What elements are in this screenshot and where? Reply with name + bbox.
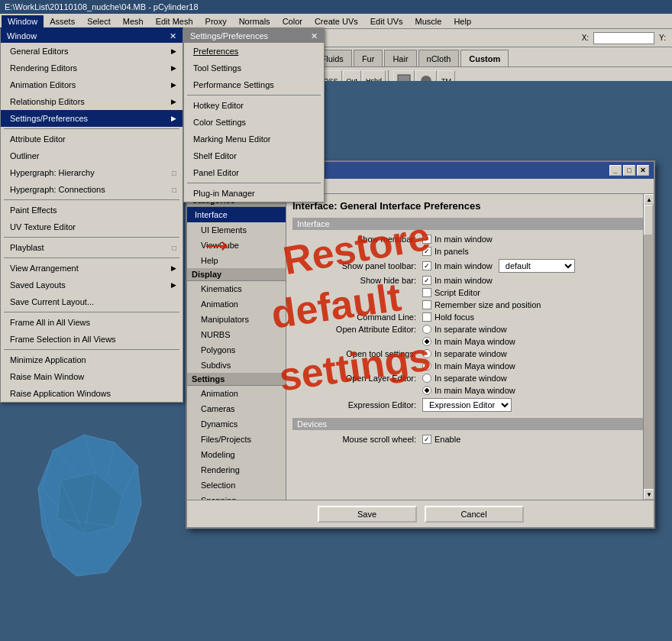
- save-button[interactable]: Save: [318, 506, 417, 523]
- settings-preferences-item[interactable]: Preferences: [184, 43, 324, 60]
- hide-bar-checkbox[interactable]: [422, 276, 431, 285]
- menu-minimize-app[interactable]: Minimize Application: [1, 351, 183, 368]
- attr-editor-main-label: In main Maya window: [435, 337, 515, 346]
- menu-frame-selection[interactable]: Frame Selection in All Views: [1, 331, 183, 348]
- menu-select[interactable]: Select: [81, 15, 117, 28]
- menu-muscle[interactable]: Muscle: [409, 15, 448, 28]
- sidebar-snapping[interactable]: Snapping: [187, 493, 286, 500]
- tool-settings-separate-label: In separate window: [435, 349, 507, 358]
- sidebar-modeling[interactable]: Modeling: [187, 447, 286, 462]
- tool-settings-separate-radio[interactable]: [422, 349, 431, 358]
- sidebar-polygons[interactable]: Polygons: [187, 342, 286, 358]
- menu-uv-texture-editor[interactable]: UV Texture Editor: [1, 219, 183, 235]
- menu-settings-preferences[interactable]: Settings/Preferences ▶: [1, 110, 183, 127]
- menu-help[interactable]: Help: [447, 15, 477, 28]
- menu-outliner[interactable]: Outliner: [1, 147, 183, 164]
- sidebar-dynamics[interactable]: Dynamics: [187, 416, 286, 432]
- scroll-up-btn[interactable]: ▲: [644, 194, 654, 205]
- tab-hair[interactable]: Hair: [384, 50, 416, 66]
- settings-panel-editor[interactable]: Panel Editor: [184, 164, 324, 181]
- script-editor-checkbox[interactable]: [422, 288, 431, 297]
- settings-shelf-editor[interactable]: Shelf Editor: [184, 147, 324, 164]
- menu-hypergraph-connections[interactable]: Hypergraph: Connections □: [1, 181, 183, 198]
- tab-ncloth[interactable]: nCloth: [418, 50, 460, 66]
- sidebar-kinematics[interactable]: Kinematics: [187, 281, 286, 296]
- title-bar: E:\WorkList\20110108_nudche\04.MB - pCyl…: [0, 0, 672, 14]
- x-input[interactable]: [593, 32, 654, 44]
- scroll-thumb[interactable]: [644, 205, 653, 235]
- sidebar-help[interactable]: Help: [187, 253, 286, 268]
- menu-general-editors[interactable]: General Editors ▶: [1, 43, 183, 60]
- sidebar-manipulators[interactable]: Manipulators: [187, 312, 286, 327]
- panel-toolbar-control: In main window default: [422, 259, 575, 273]
- menu-frame-all[interactable]: Frame All in All Views: [1, 314, 183, 331]
- settings-plugin-manager[interactable]: Plug-in Manager: [184, 185, 324, 202]
- tab-custom[interactable]: Custom: [460, 50, 509, 66]
- hide-bar-label: Show hide bar:: [292, 276, 422, 285]
- settings-marking-menu[interactable]: Marking Menu Editor: [184, 131, 324, 147]
- menu-save-current-layout[interactable]: Save Current Layout...: [1, 293, 183, 310]
- hold-focus-checkbox[interactable]: [422, 312, 431, 322]
- dialog-maximize-btn[interactable]: □: [623, 165, 635, 176]
- tool-settings-main-radio[interactable]: [422, 361, 431, 371]
- sidebar-subdivs[interactable]: Subdivs: [187, 358, 286, 373]
- sidebar-selection[interactable]: Selection: [187, 478, 286, 493]
- layer-editor-separate-radio[interactable]: [422, 374, 431, 383]
- dialog-close-btn[interactable]: ✕: [637, 165, 649, 176]
- panel-toolbar-dropdown[interactable]: default: [499, 259, 575, 273]
- menu-paint-effects[interactable]: Paint Effects: [1, 202, 183, 219]
- sidebar-interface[interactable]: Interface: [187, 207, 286, 222]
- remember-size-checkbox[interactable]: [422, 300, 431, 309]
- sidebar-files-projects[interactable]: Files/Projects: [187, 432, 286, 447]
- attr-editor-main-control: In main Maya window: [422, 337, 515, 346]
- menu-raise-main[interactable]: Raise Main Window: [1, 368, 183, 385]
- menu-color[interactable]: Color: [276, 15, 309, 28]
- menu-rendering-editors[interactable]: Rendering Editors ▶: [1, 60, 183, 76]
- dialog-minimize-btn[interactable]: _: [609, 165, 622, 176]
- menu-mesh[interactable]: Mesh: [117, 15, 150, 28]
- menu-normals[interactable]: Normals: [233, 15, 276, 28]
- menu-create-uvs[interactable]: Create UVs: [309, 15, 364, 28]
- menubar-panels-checkbox[interactable]: [422, 247, 431, 256]
- sidebar-nurbs[interactable]: NURBS: [187, 327, 286, 342]
- sidebar-ui-elements[interactable]: UI Elements: [187, 222, 286, 238]
- sidebar-cameras[interactable]: Cameras: [187, 401, 286, 416]
- menu-saved-layouts[interactable]: Saved Layouts ▶: [1, 277, 183, 293]
- menu-view-arrangement[interactable]: View Arrangement ▶: [1, 260, 183, 277]
- dialog-scrollbar[interactable]: ▲ ▼: [643, 194, 654, 500]
- menu-edit-mesh[interactable]: Edit Mesh: [150, 15, 199, 28]
- menu-attribute-editor[interactable]: Attribute Editor: [1, 131, 183, 147]
- settings-color-settings[interactable]: Color Settings: [184, 114, 324, 131]
- sidebar-settings-animation[interactable]: Animation: [187, 386, 286, 401]
- menu-hypergraph-hierarchy[interactable]: Hypergraph: Hierarchy □: [1, 164, 183, 181]
- settings-tool-settings[interactable]: Tool Settings: [184, 60, 324, 76]
- menu-relationship-editors[interactable]: Relationship Editors ▶: [1, 93, 183, 110]
- settings-performance[interactable]: Performance Settings: [184, 76, 324, 93]
- layer-editor-main-radio[interactable]: [422, 386, 431, 395]
- menu-animation-editors[interactable]: Animation Editors ▶: [1, 76, 183, 93]
- menu-edit-uvs[interactable]: Edit UVs: [364, 15, 409, 28]
- panel-toolbar-checkbox[interactable]: [422, 261, 431, 270]
- cancel-button[interactable]: Cancel: [425, 506, 524, 523]
- expression-editor-control: Expression Editor: [422, 398, 512, 412]
- attr-editor-main-radio[interactable]: [422, 337, 431, 346]
- sidebar-viewcube[interactable]: ViewCube: [187, 238, 286, 253]
- arrow-relationship-editors: ▶: [171, 98, 176, 105]
- menu-raise-app-windows[interactable]: Raise Application Windows: [1, 385, 183, 402]
- menu-proxy[interactable]: Proxy: [199, 15, 233, 28]
- expression-editor-dropdown[interactable]: Expression Editor: [422, 398, 512, 412]
- tab-fur[interactable]: Fur: [354, 50, 383, 66]
- menu-playblast[interactable]: Playblast □: [1, 239, 183, 256]
- window-close-btn[interactable]: ✕: [170, 31, 176, 41]
- menu-window[interactable]: Window: [2, 15, 44, 28]
- menubar-main-window-checkbox[interactable]: [422, 235, 431, 244]
- scroll-down-btn[interactable]: ▼: [644, 489, 654, 500]
- mouse-scroll-checkbox[interactable]: [422, 435, 431, 444]
- sidebar-animation[interactable]: Animation: [187, 296, 286, 312]
- attr-editor-separate-radio[interactable]: [422, 325, 431, 334]
- settings-close-btn[interactable]: ✕: [311, 31, 318, 41]
- sidebar-rendering[interactable]: Rendering: [187, 462, 286, 478]
- attr-editor-label: Open Attribute Editor:: [292, 325, 422, 334]
- settings-hotkey-editor[interactable]: Hotkey Editor: [184, 97, 324, 114]
- menu-assets[interactable]: Assets: [44, 15, 81, 28]
